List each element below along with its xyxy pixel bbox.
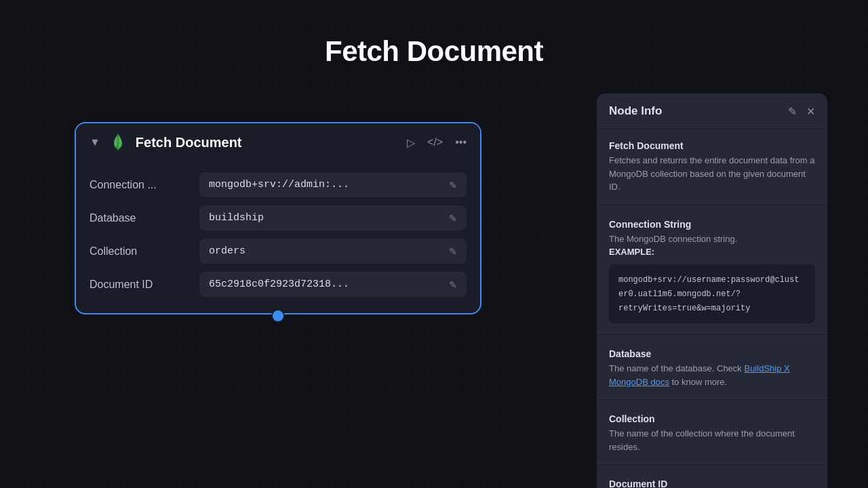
database-desc-part3: to know more.	[669, 377, 727, 387]
panel-body: Fetch Document Fetches and returns the e…	[597, 129, 827, 488]
field-label-collection: Collection	[90, 245, 191, 258]
code-button[interactable]: </>	[427, 136, 443, 148]
field-row-database: Database buildship ✎	[90, 205, 467, 230]
play-button[interactable]: ▷	[407, 136, 415, 149]
field-value-document-id: 65c2918c0f2923d72318...	[209, 279, 442, 290]
node-bottom-handle[interactable]	[271, 309, 285, 323]
field-label-database: Database	[90, 212, 191, 224]
field-value-database: buildship	[209, 212, 442, 224]
field-label-document-id: Document ID	[90, 279, 191, 291]
section-title-database: Database	[609, 348, 815, 359]
edit-database-button[interactable]: ✎	[449, 213, 457, 224]
node-actions: ▷ </> •••	[407, 136, 467, 149]
field-value-connection: mongodb+srv://admin:...	[209, 179, 442, 190]
collapse-button[interactable]: ▼	[90, 136, 100, 148]
panel-close-button[interactable]: ✕	[806, 105, 815, 118]
info-section-database: Database The name of the database. Check…	[609, 346, 815, 388]
more-options-button[interactable]: •••	[455, 136, 467, 148]
panel-header-actions: ✎ ✕	[788, 105, 815, 118]
section-title-collection: Collection	[609, 413, 815, 424]
field-row-collection: Collection orders ✎	[90, 239, 467, 264]
info-section-fetch-document: Fetch Document Fetches and returns the e…	[609, 132, 815, 194]
node-card: ▼ Fetch Document ▷ </> ••• Connection ..…	[75, 122, 481, 314]
section-desc-fetch-document: Fetches and returns the entire document …	[609, 154, 815, 194]
code-example-text: mongodb+srv://username:password@clust er…	[618, 275, 799, 313]
field-value-wrap-database: buildship ✎	[199, 205, 467, 230]
panel-divider-3	[597, 399, 827, 400]
node-body: Connection ... mongodb+srv://admin:... ✎…	[76, 161, 480, 313]
code-example-block: mongodb+srv://username:password@clust er…	[609, 264, 815, 324]
section-desc-connection-string: The MongoDB connection string. EXAMPLE: …	[609, 232, 815, 324]
panel-divider-2	[597, 334, 827, 335]
info-section-collection: Collection The name of the collection wh…	[609, 411, 815, 453]
node-title: Fetch Document	[136, 135, 399, 150]
field-label-connection: Connection ...	[90, 179, 191, 191]
field-value-collection: orders	[209, 245, 442, 257]
section-desc-collection: The name of the collection where the doc…	[609, 427, 815, 453]
field-value-wrap-collection: orders ✎	[199, 239, 467, 264]
page-title: Fetch Document	[0, 0, 868, 68]
edit-connection-button[interactable]: ✎	[449, 180, 457, 190]
mongodb-icon	[108, 133, 127, 152]
node-info-panel: Node Info ✎ ✕ Fetch Document Fetches and…	[597, 94, 827, 488]
section-title-connection-string: Connection String	[609, 219, 815, 230]
field-row-connection: Connection ... mongodb+srv://admin:... ✎	[90, 172, 467, 197]
section-title-document-id: Document ID	[609, 479, 815, 488]
panel-header: Node Info ✎ ✕	[597, 94, 827, 129]
panel-divider-4	[597, 464, 827, 465]
info-section-connection-string: Connection String The MongoDB connection…	[609, 216, 815, 324]
node-header: ▼ Fetch Document ▷ </> •••	[76, 123, 480, 161]
panel-divider-1	[597, 205, 827, 205]
field-value-wrap-connection: mongodb+srv://admin:... ✎	[199, 172, 467, 197]
edit-document-id-button[interactable]: ✎	[449, 279, 457, 290]
connection-string-desc-text: The MongoDB connection string.	[609, 234, 737, 244]
info-section-document-id: Document ID The ID of the document to fe…	[609, 476, 815, 488]
section-title-fetch-document: Fetch Document	[609, 140, 815, 151]
edit-collection-button[interactable]: ✎	[449, 246, 457, 257]
panel-title: Node Info	[609, 104, 662, 118]
field-row-document-id: Document ID 65c2918c0f2923d72318... ✎	[90, 272, 467, 297]
section-desc-database: The name of the database. Check BuildShi…	[609, 362, 815, 388]
field-value-wrap-document-id: 65c2918c0f2923d72318... ✎	[199, 272, 467, 297]
example-label: EXAMPLE:	[609, 247, 654, 257]
database-desc-part1: The name of the database. Check	[609, 363, 744, 373]
panel-edit-button[interactable]: ✎	[788, 105, 797, 118]
